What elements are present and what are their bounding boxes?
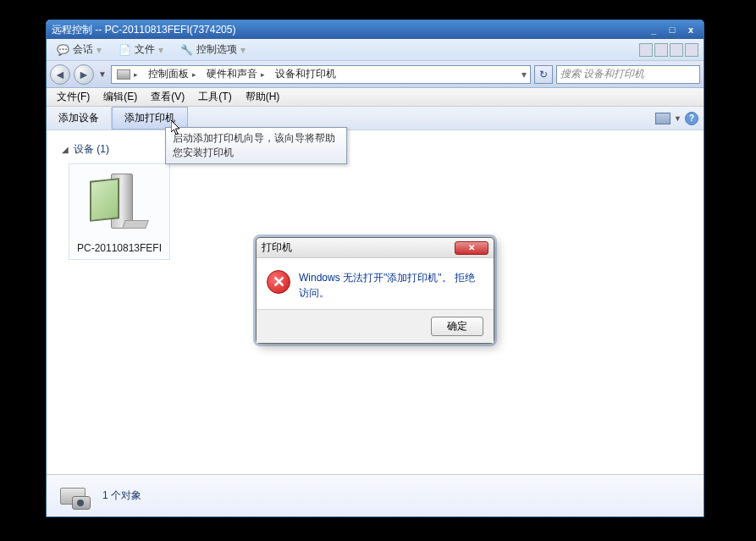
- error-icon: ✕: [267, 270, 290, 294]
- close-button[interactable]: x: [683, 24, 698, 36]
- collapse-arrow-icon[interactable]: ◢: [62, 145, 69, 154]
- status-bar: 1 个对象: [47, 474, 704, 516]
- control-options-menu[interactable]: 🔧 控制选项 ▾: [175, 41, 251, 58]
- titlebar[interactable]: 远程控制 -- PC-20110813FEFI(7374205) _ □ x: [47, 20, 704, 39]
- dialog-title-text: 打印机: [262, 240, 292, 255]
- dialog-titlebar[interactable]: 打印机 ✕: [257, 238, 494, 258]
- menu-file[interactable]: 文件(F): [50, 88, 97, 106]
- search-input[interactable]: 搜索 设备和打印机: [556, 65, 700, 84]
- file-menu[interactable]: 📄 文件 ▾: [113, 41, 168, 58]
- status-text: 1 个对象: [102, 489, 141, 503]
- error-dialog: 打印机 ✕ ✕ Windows 无法打开"添加打印机"。 拒绝访问。 确定: [256, 237, 494, 344]
- nav-history-dropdown[interactable]: ▼: [97, 69, 108, 79]
- device-item[interactable]: PC-20110813FEFI: [69, 163, 170, 260]
- breadcrumb-hardware-sound[interactable]: 硬件和声音 ▸: [201, 67, 270, 81]
- help-button[interactable]: ?: [685, 112, 698, 125]
- maximize-button[interactable]: □: [665, 24, 680, 36]
- command-bar: 添加设备 添加打印机 ▼ ?: [47, 107, 704, 130]
- dialog-footer: 确定: [257, 309, 494, 343]
- add-printer-tooltip: 启动添加打印机向导，该向导将帮助 您安装打印机: [165, 127, 347, 164]
- view-dropdown[interactable]: ▼: [674, 114, 682, 123]
- devices-status-icon: [57, 481, 92, 511]
- breadcrumb-devices-printers[interactable]: 设备和打印机: [270, 67, 341, 81]
- menu-tools[interactable]: 工具(T): [191, 88, 238, 106]
- toolbar-icon-4[interactable]: [685, 43, 698, 57]
- toolbar-icon-3[interactable]: [670, 43, 683, 57]
- refresh-button[interactable]: ↻: [534, 65, 553, 84]
- remote-toolbar: 💬 会话 ▾ 📄 文件 ▾ 🔧 控制选项 ▾: [47, 39, 704, 61]
- titlebar-text: 远程控制 -- PC-20110813FEFI(7374205): [52, 23, 646, 37]
- menu-help[interactable]: 帮助(H): [239, 88, 287, 106]
- breadcrumb-dropdown[interactable]: ▾: [518, 69, 530, 80]
- toolbar-icon-2[interactable]: [654, 43, 668, 57]
- devices-group-label: 设备 (1): [74, 142, 109, 157]
- toolbar-icon-1[interactable]: [639, 43, 653, 57]
- ok-button[interactable]: 确定: [431, 317, 483, 336]
- menu-view[interactable]: 查看(V): [144, 88, 191, 106]
- dialog-close-button[interactable]: ✕: [455, 241, 488, 255]
- breadcrumb-root[interactable]: ▸: [112, 69, 143, 80]
- device-label: PC-20110813FEFI: [74, 242, 164, 254]
- computer-device-icon: [86, 169, 153, 237]
- navigation-bar: ◄ ► ▼ ▸ 控制面板 ▸ 硬件和声音 ▸ 设备和打印机 ▾ ↻ 搜索 设备和…: [47, 61, 704, 88]
- back-button[interactable]: ◄: [50, 64, 70, 85]
- menu-edit[interactable]: 编辑(E): [97, 88, 144, 106]
- devices-group-header[interactable]: ◢ 设备 (1): [62, 139, 688, 160]
- add-printer-button[interactable]: 添加打印机: [112, 107, 188, 130]
- breadcrumb-control-panel[interactable]: 控制面板 ▸: [143, 67, 201, 81]
- dialog-message: Windows 无法打开"添加打印机"。 拒绝访问。: [299, 270, 483, 301]
- menu-bar: 文件(F) 编辑(E) 查看(V) 工具(T) 帮助(H): [47, 88, 704, 107]
- dialog-body: ✕ Windows 无法打开"添加打印机"。 拒绝访问。: [257, 258, 494, 309]
- view-options-button[interactable]: [655, 113, 670, 124]
- add-device-button[interactable]: 添加设备: [47, 108, 112, 129]
- window-controls: _ □ x: [646, 24, 698, 36]
- forward-button[interactable]: ►: [74, 64, 94, 85]
- breadcrumb[interactable]: ▸ 控制面板 ▸ 硬件和声音 ▸ 设备和打印机 ▾: [111, 65, 531, 84]
- search-placeholder: 搜索 设备和打印机: [560, 67, 644, 81]
- computer-icon: [117, 69, 130, 80]
- session-menu[interactable]: 💬 会话 ▾: [52, 41, 107, 58]
- minimize-button[interactable]: _: [646, 24, 661, 36]
